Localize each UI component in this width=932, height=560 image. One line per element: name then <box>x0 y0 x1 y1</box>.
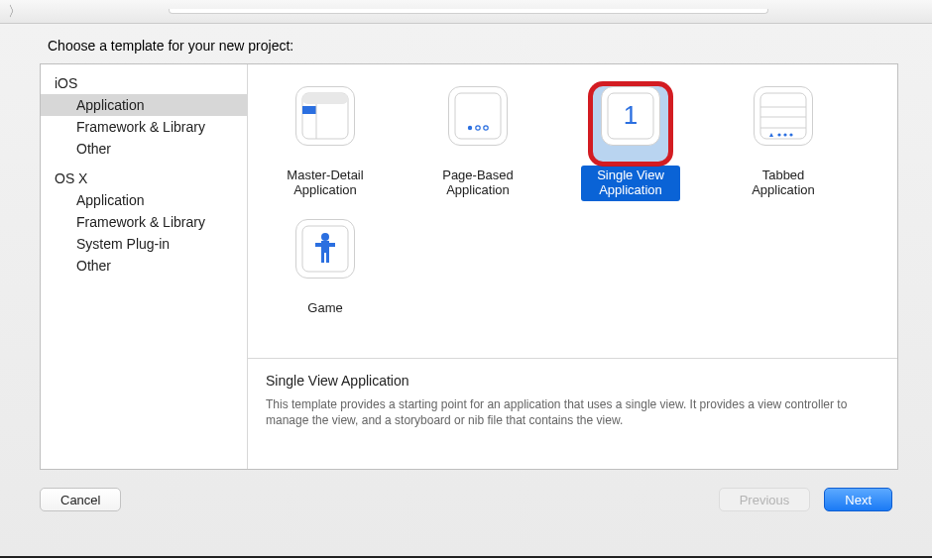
svg-rect-22 <box>329 243 335 247</box>
svg-text:1: 1 <box>624 100 638 130</box>
svg-rect-24 <box>326 253 329 263</box>
cancel-button[interactable]: Cancel <box>40 488 121 511</box>
svg-point-16 <box>783 133 786 136</box>
template-description-title: Single View Application <box>266 373 879 389</box>
previous-button: Previous <box>719 488 811 511</box>
single-view-icon: 1 <box>607 92 654 140</box>
template-game[interactable]: Game <box>276 211 375 319</box>
template-chooser: iOS Application Framework & Library Othe… <box>40 63 898 470</box>
sidebar-category-osx: OS X <box>41 168 247 189</box>
template-grid: Master-Detail Application <box>248 64 897 358</box>
template-description-body: This template provides a starting point … <box>266 396 879 428</box>
page-based-icon <box>454 92 502 140</box>
sidebar-item-osx-framework-library[interactable]: Framework & Library <box>41 211 247 233</box>
svg-rect-4 <box>455 93 501 139</box>
template-label: Master-Detail Application <box>276 166 375 201</box>
template-label: Page-Based Application <box>428 166 527 201</box>
sidebar-item-ios-application[interactable]: Application <box>41 94 247 116</box>
next-button[interactable]: Next <box>824 488 892 511</box>
master-detail-icon <box>301 92 349 140</box>
sidebar-item-ios-other[interactable]: Other <box>41 138 247 160</box>
sidebar-item-ios-framework-library[interactable]: Framework & Library <box>41 116 247 138</box>
template-label: Single View Application <box>581 166 680 201</box>
svg-point-5 <box>468 126 472 130</box>
svg-rect-2 <box>302 106 316 114</box>
svg-rect-20 <box>321 241 329 253</box>
template-page-based[interactable]: Page-Based Application <box>428 78 527 201</box>
toolbar-field <box>169 9 768 14</box>
svg-rect-23 <box>321 253 324 263</box>
svg-point-19 <box>321 233 329 241</box>
sidebar-item-osx-application[interactable]: Application <box>41 189 247 211</box>
sheet-prompt: Choose a template for your new project: <box>48 38 914 54</box>
new-project-sheet: Choose a template for your new project: … <box>0 24 932 558</box>
template-master-detail[interactable]: Master-Detail Application <box>276 78 375 201</box>
template-category-sidebar: iOS Application Framework & Library Othe… <box>41 64 248 469</box>
svg-rect-10 <box>760 93 806 139</box>
template-right-pane: Master-Detail Application <box>248 64 897 469</box>
game-icon <box>301 225 349 273</box>
sheet-button-row: Cancel Previous Next <box>18 488 914 511</box>
svg-point-17 <box>789 133 792 136</box>
sidebar-item-osx-other[interactable]: Other <box>41 255 247 277</box>
tabbed-icon <box>759 92 807 140</box>
breadcrumb-chevron-icon: 〉 <box>0 3 30 21</box>
svg-rect-1 <box>302 93 348 104</box>
template-single-view[interactable]: 1 Single View Application <box>581 78 680 201</box>
template-label: Tabbed Application <box>734 166 833 201</box>
sidebar-category-ios: iOS <box>41 72 247 94</box>
template-tabbed[interactable]: Tabbed Application <box>734 78 833 201</box>
svg-point-15 <box>777 133 780 136</box>
window-titlebar: 〉 <box>0 0 932 24</box>
template-label: Game <box>276 298 375 319</box>
svg-rect-21 <box>315 243 321 247</box>
sidebar-item-osx-system-plugin[interactable]: System Plug-in <box>41 233 247 255</box>
template-description-panel: Single View Application This template pr… <box>248 358 897 469</box>
